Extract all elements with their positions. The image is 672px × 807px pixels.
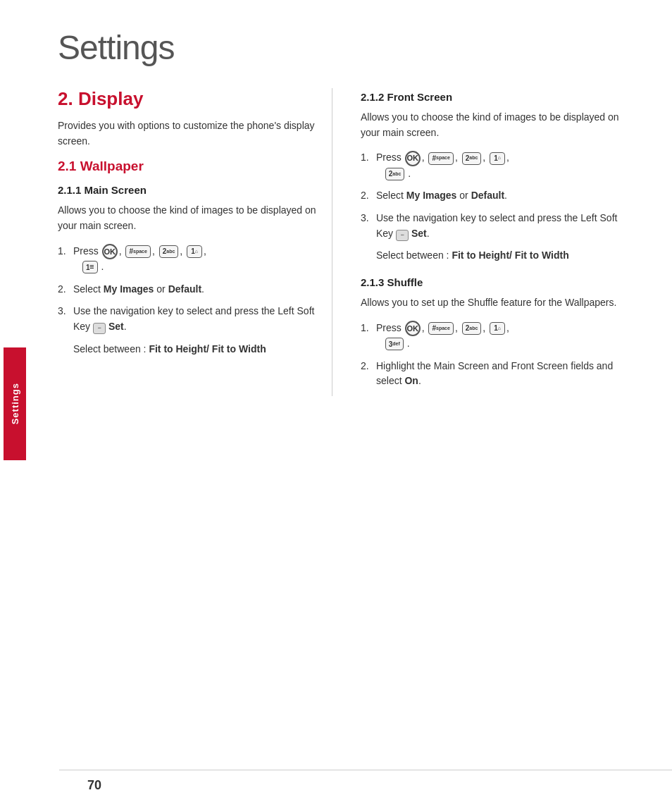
key-1-1s: 1⌂ — [490, 322, 505, 335]
section-mainscreen-desc: Allows you to choose the kind of images … — [58, 203, 318, 233]
step-number-3r: 3. — [361, 211, 373, 226]
set-bold-2: Set — [411, 228, 427, 239]
set-bold-1: Set — [108, 321, 124, 332]
sidebar-label: Settings — [10, 383, 20, 424]
section-shuffle-desc: Allows you to set up the Shuffle feature… — [361, 295, 635, 311]
step-3-left: 3. Use the navigation key to select and … — [58, 304, 318, 334]
step-content-1l: Press OK, #space, 2abc, 1⌂, 1☰ . — [73, 244, 318, 275]
key-soft-left-2: − — [396, 230, 409, 241]
press-label-1l: Press — [73, 245, 101, 257]
indent-text-right: Select between : Fit to Height/ Fit to W… — [376, 250, 569, 261]
press-label-1r: Press — [376, 152, 404, 163]
step-content-3l: Use the navigation key to select and pre… — [73, 304, 318, 334]
key-2abc-1s: 2abc — [462, 322, 482, 335]
on-bold: On — [404, 375, 418, 386]
press-label-1s: Press — [376, 322, 404, 333]
step-2-shuffle: 2. Highlight the Main Screen and Front S… — [361, 359, 635, 389]
key-2abc-1r: 2abc — [462, 152, 482, 165]
section-wallpaper-title: 2.1 Wallpaper — [58, 159, 318, 174]
my-images-bold-r: My Images — [406, 190, 457, 201]
key-ok-1l: OK — [102, 244, 118, 259]
step-3-right: 3. Use the navigation key to select and … — [361, 211, 635, 241]
step-1-left: 1. Press OK, #space, 2abc, 1⌂, 1☰ . — [58, 244, 318, 275]
key-1b-1l: 1☰ — [82, 261, 98, 273]
section-frontscreen-title: 2.1.2 Front Screen — [361, 91, 635, 103]
indent-block-right: Select between : Fit to Height/ Fit to W… — [376, 248, 635, 264]
fit-height-bold: Fit to Height/ Fit to Width — [149, 343, 266, 355]
page-container: Settings Settings 2. Display Provides yo… — [0, 0, 672, 807]
sidebar-label-container: Settings — [4, 347, 26, 460]
key-ok-1s: OK — [405, 321, 421, 336]
fit-height-bold-r: Fit to Height/ Fit to Width — [452, 250, 568, 261]
step-content-1r: Press OK, #space, 2abc, 1⌂, 2abc . — [376, 150, 635, 181]
section-mainscreen-title: 2.1.1 Main Screen — [58, 184, 318, 196]
columns: 2. Display Provides you with options to … — [30, 88, 672, 396]
left-column: 2. Display Provides you with options to … — [30, 88, 332, 396]
key-2abc-1l: 2abc — [159, 245, 179, 258]
page-number: 70 — [59, 778, 101, 793]
step-content-1s: Press OK, #space, 2abc, 1⌂, 3def . — [376, 321, 635, 352]
key-2b-1r: 2abc — [385, 168, 405, 180]
section-display-title: 2. Display — [58, 88, 318, 110]
step-1-right: 1. Press OK, #space, 2abc, 1⌂, 2abc . — [361, 150, 635, 181]
step-number-3l: 3. — [58, 304, 70, 319]
main-content: Settings 2. Display Provides you with op… — [30, 0, 672, 807]
key-soft-left-1: − — [93, 323, 106, 334]
section-display-desc: Provides you with options to customize t… — [58, 118, 318, 149]
page-title: Settings — [58, 28, 672, 67]
section-shuffle-title: 2.1.3 Shuffle — [361, 276, 635, 288]
step-number-2r: 2. — [361, 188, 373, 204]
step-2-right: 2. Select My Images or Default. — [361, 188, 635, 204]
step-content-3r: Use the navigation key to select and pre… — [376, 211, 635, 241]
key-hash-1r: #space — [428, 152, 453, 165]
default-bold-r: Default — [471, 190, 504, 201]
default-bold: Default — [168, 283, 201, 295]
step-content-2r: Select My Images or Default. — [376, 188, 635, 204]
period-1s: . — [407, 338, 410, 349]
section-frontscreen-desc: Allows you to choose the kind of images … — [361, 110, 635, 140]
right-column: 2.1.2 Front Screen Allows you to choose … — [332, 88, 649, 396]
bottom-rule — [59, 770, 672, 770]
key-ok-1r: OK — [405, 151, 421, 166]
step-2-left: 2. Select My Images or Default. — [58, 282, 318, 297]
step-number-1r: 1. — [361, 150, 373, 166]
indent-text-left: Select between : Fit to Height/ Fit to W… — [73, 343, 266, 355]
key-hash-1l: #space — [125, 245, 150, 258]
key-3def-1s: 3def — [385, 338, 404, 350]
step-1-shuffle: 1. Press OK, #space, 2abc, 1⌂, 3def . — [361, 321, 635, 352]
sidebar-tab: Settings — [0, 0, 30, 807]
step-content-2l: Select My Images or Default. — [73, 282, 318, 297]
period-1l: . — [101, 261, 104, 272]
step-number-1l: 1. — [58, 244, 70, 259]
key-1-1l: 1⌂ — [187, 245, 202, 258]
step-number-2s: 2. — [361, 359, 373, 374]
my-images-bold: My Images — [104, 283, 154, 295]
period-1r: . — [408, 168, 411, 179]
key-hash-1s: #space — [428, 322, 453, 335]
step-number-1s: 1. — [361, 321, 373, 336]
step-content-2s: Highlight the Main Screen and Front Scre… — [376, 359, 635, 389]
step-number-2l: 2. — [58, 282, 70, 297]
indent-block-left: Select between : Fit to Height/ Fit to W… — [73, 342, 318, 357]
key-1-1r: 1⌂ — [490, 152, 505, 165]
